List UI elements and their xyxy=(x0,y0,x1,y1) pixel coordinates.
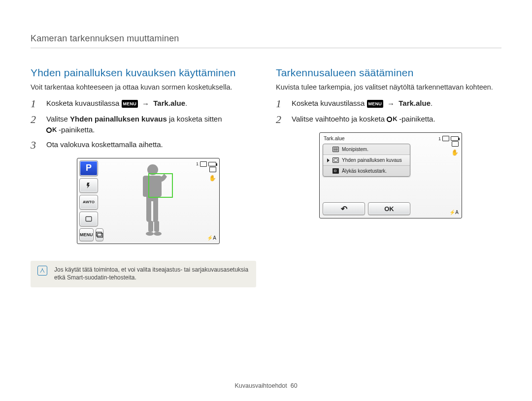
shots-counter: 1 xyxy=(438,136,441,141)
svg-point-6 xyxy=(146,232,154,236)
ok-icon: K xyxy=(46,125,57,135)
camera-preview: P AWTO MENU xyxy=(77,158,220,244)
left-step-1: 1 Kosketa kuvaustilassa MENU → Tark.alue… xyxy=(31,98,256,110)
battery-icon xyxy=(208,162,216,166)
shots-counter: 1 xyxy=(196,161,199,166)
step-tail: -painiketta. xyxy=(59,125,95,134)
menu-icon: MENU xyxy=(122,100,138,108)
step-tail: -painiketta. xyxy=(399,115,435,123)
exposure-indicator: ⚡ xyxy=(207,235,213,241)
step-text: ja kosketa sitten xyxy=(167,115,222,123)
step-bold: Tark.alue xyxy=(153,99,185,107)
footer-page: 60 xyxy=(291,382,298,389)
svg-rect-0 xyxy=(86,216,92,221)
focus-area-menu: Tark.alue Monipistem. Yhd xyxy=(319,132,462,218)
size-icon xyxy=(209,167,216,172)
svg-rect-1 xyxy=(96,232,101,236)
page-header: Kameran tarkennuksen muuttaminen xyxy=(31,33,501,44)
arrow-icon: → xyxy=(142,98,149,109)
menu-item-label: Yhden painalluksen kuvaus xyxy=(342,157,402,163)
ois-icon: ✋ xyxy=(209,175,216,181)
step-bold: Tark.alue xyxy=(399,99,431,107)
header-rule xyxy=(31,48,501,48)
exposure-letter: A xyxy=(213,235,216,241)
gallery-button[interactable] xyxy=(96,228,103,241)
svg-rect-4 xyxy=(148,221,153,232)
step-tail: . xyxy=(185,99,187,107)
page-footer: Kuvausvaihtoehdot 60 xyxy=(0,382,532,389)
grid-icon xyxy=(332,147,339,152)
step-text: Kosketa kuvaustilassa xyxy=(46,99,122,107)
focus-box xyxy=(148,173,173,198)
menu-item-onetouch[interactable]: Yhden painalluksen kuvaus xyxy=(323,155,410,166)
step-text: Ota valokuva koskettamalla aihetta. xyxy=(46,139,163,150)
right-section-sub: Kuvista tulee tarkempia, jos valitset nä… xyxy=(276,83,501,92)
step-tail: . xyxy=(431,99,432,107)
menu-icon: MENU xyxy=(367,100,383,108)
menu-panel: Monipistem. Yhden painalluksen kuvaus xyxy=(323,144,410,177)
mode-p-button[interactable]: P xyxy=(79,160,98,176)
step-number: 2 xyxy=(31,114,40,125)
back-button[interactable]: ↶ xyxy=(323,202,365,215)
step-text: Valitse vaihtoehto ja kosketa xyxy=(292,115,387,123)
footer-label: Kuvausvaihtoehdot xyxy=(234,382,287,389)
menu-item-label: Monipistem. xyxy=(342,147,368,152)
ok-button[interactable]: OK xyxy=(368,202,410,215)
battery-icon xyxy=(451,136,459,141)
svg-point-7 xyxy=(154,232,162,236)
card-icon xyxy=(442,136,449,141)
drive-button[interactable] xyxy=(79,212,98,226)
note-box: Jos käytät tätä toimintoa, et voi valita… xyxy=(31,261,256,287)
flash-button[interactable] xyxy=(79,178,98,193)
target-icon xyxy=(332,157,339,163)
left-section-sub: Voit tarkentaa kohteeseen ja ottaa kuvan… xyxy=(31,83,256,92)
svg-rect-10 xyxy=(334,170,336,172)
exposure-indicator: ⚡ xyxy=(449,210,455,215)
step-bold: Yhden painalluksen kuvaus xyxy=(70,115,167,123)
step-text: Kosketa kuvaustilassa xyxy=(292,99,367,107)
right-section-title: Tarkennusalueen säätäminen xyxy=(276,67,501,79)
ok-icon: K xyxy=(387,115,397,124)
step-number: 2 xyxy=(276,114,286,125)
menu-item-label: Älykäs kosketustark. xyxy=(342,168,387,174)
menu-button[interactable]: MENU xyxy=(79,228,94,241)
note-text: Jos käytät tätä toimintoa, et voi valita… xyxy=(54,266,249,281)
left-section-title: Yhden painalluksen kuvauksen käyttäminen xyxy=(31,67,256,79)
wb-button[interactable]: AWTO xyxy=(79,195,98,210)
svg-rect-2 xyxy=(97,233,102,237)
card-icon xyxy=(200,161,207,167)
right-step-1: 1 Kosketa kuvaustilassa MENU → Tark.alue… xyxy=(276,98,501,110)
selected-indicator-icon xyxy=(327,158,330,162)
ois-icon: ✋ xyxy=(451,150,459,155)
touch-icon xyxy=(332,168,339,174)
right-step-2: 2 Valitse vaihtoehto ja kosketa K -paini… xyxy=(276,114,501,125)
step-number: 3 xyxy=(31,139,40,151)
arrow-icon: → xyxy=(387,98,395,109)
svg-rect-5 xyxy=(154,221,159,232)
menu-title: Tark.alue xyxy=(324,135,345,141)
left-step-3: 3 Ota valokuva koskettamalla aihetta. xyxy=(31,139,256,151)
step-text: Valitse xyxy=(46,115,70,123)
exposure-letter: A xyxy=(455,210,459,215)
menu-item-smarttouch[interactable]: Älykäs kosketustark. xyxy=(323,166,410,176)
left-step-2: 2 Valitse Yhden painalluksen kuvaus ja k… xyxy=(31,114,256,135)
size-icon xyxy=(452,141,459,147)
step-number: 1 xyxy=(276,98,286,110)
menu-item-multiaf[interactable]: Monipistem. xyxy=(323,144,410,155)
svg-rect-9 xyxy=(334,159,337,162)
step-number: 1 xyxy=(31,98,40,110)
info-icon xyxy=(37,266,47,276)
